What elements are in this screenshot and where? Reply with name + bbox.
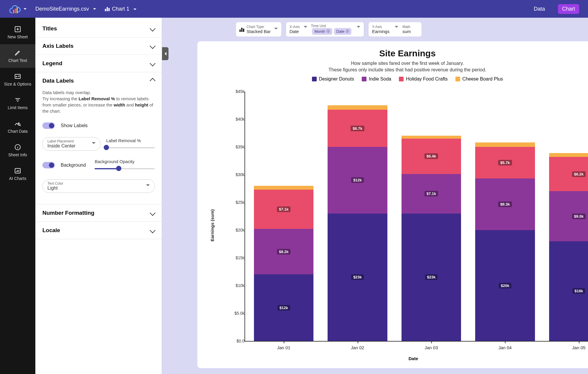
- bar-segment-holiday: $6.7k: [328, 110, 387, 147]
- bar-segment-indie: $12k: [328, 147, 387, 214]
- legend-label: Designer Donuts: [319, 76, 354, 82]
- section-label: Locale: [42, 227, 60, 234]
- chart-subtitle: How sample sites fared over the first we…: [203, 60, 588, 73]
- section-number-formatting[interactable]: Number Formatting: [35, 204, 162, 222]
- chip-month[interactable]: Monthⓧ: [312, 28, 332, 35]
- chevron-down-icon: [146, 184, 150, 188]
- rail-label: Size & Options: [4, 82, 32, 86]
- section-label: Titles: [42, 25, 57, 32]
- cfg-chart-type[interactable]: Chart Type Stacked Bar: [236, 22, 282, 37]
- chip-date[interactable]: Dateⓧ: [334, 28, 351, 35]
- chart-area: Earnings (sum) $12k$8.2k$7.1kJan 01$23k$…: [209, 91, 588, 359]
- bar-value-label: $7.1k: [425, 191, 438, 196]
- chart-name: Chart 1: [112, 6, 129, 12]
- logo-menu-caret[interactable]: [22, 6, 27, 12]
- section-legend[interactable]: Legend: [35, 55, 162, 72]
- rail-chart-data[interactable]: Chart Data: [0, 115, 35, 139]
- cfg-label: Y-Axis: [372, 25, 389, 29]
- bar-value-label: $8.2k: [277, 249, 291, 255]
- slider-background-opacity[interactable]: [95, 166, 155, 171]
- tab-data[interactable]: Data: [530, 4, 549, 14]
- legend-swatch: [312, 77, 317, 81]
- collapse-panel-handle[interactable]: [162, 47, 169, 60]
- y-tick: $35k: [227, 145, 245, 149]
- close-icon: ⓧ: [346, 29, 349, 34]
- rail-label: New Sheet: [8, 35, 28, 39]
- show-labels-label: Show Labels: [61, 123, 88, 128]
- rail-ai-charts[interactable]: AI Charts: [0, 162, 35, 186]
- section-locale[interactable]: Locale: [35, 222, 162, 239]
- label-removal-label: Label Removal %: [106, 138, 155, 143]
- y-tick: $15k: [227, 255, 245, 260]
- rail-label: Sheet Info: [8, 152, 27, 157]
- bar-value-label: $9.0k: [572, 214, 586, 219]
- y-axis-label: Earnings (sum): [210, 209, 215, 241]
- left-rail: New Sheet Chart Text Size & Options Limi…: [0, 18, 35, 374]
- section-label: Number Formatting: [42, 210, 94, 216]
- svg-rect-2: [16, 7, 18, 13]
- bar-segment-designer: $20k: [475, 230, 535, 341]
- legend-label: Holiday Food Crafts: [406, 76, 447, 82]
- bar-column[interactable]: $12k$8.2k$7.1kJan 01: [254, 91, 313, 341]
- legend-item-designer[interactable]: Designer Donuts: [312, 76, 354, 82]
- legend-item-holiday[interactable]: Holiday Food Crafts: [399, 76, 447, 82]
- rail-size-options[interactable]: Size & Options: [0, 68, 35, 91]
- bar-value-label: $7.1k: [277, 206, 291, 212]
- y-tick: $45k: [227, 89, 245, 94]
- x-category-label: Jan 01: [254, 341, 313, 350]
- rail-chart-text[interactable]: Chart Text: [0, 44, 35, 68]
- bar-value-label: $12k: [278, 305, 290, 311]
- rail-limit-items[interactable]: Limit Items: [0, 91, 35, 115]
- select-label: Label Placement: [47, 139, 96, 143]
- cloud-chart-icon: [9, 3, 21, 14]
- rail-sheet-info[interactable]: Sheet Info: [0, 139, 35, 162]
- cfg-x-axis[interactable]: X-Axis Date Time Unit Monthⓧ Dateⓧ: [286, 22, 364, 37]
- bar-column[interactable]: $23k$12k$6.7kJan 02: [328, 91, 387, 341]
- cfg-value: Date: [290, 29, 300, 34]
- section-titles[interactable]: Titles: [35, 20, 162, 37]
- select-value: Light: [47, 186, 150, 191]
- rail-label: Chart Text: [8, 58, 27, 63]
- slider-label-removal[interactable]: [106, 145, 155, 150]
- stacked-bar-icon: [240, 27, 244, 32]
- legend-item-indie[interactable]: Indie Soda: [362, 76, 392, 82]
- x-axis-label: Date: [209, 356, 588, 361]
- chevron-down-icon: [304, 26, 307, 29]
- toggle-background[interactable]: [42, 162, 55, 168]
- bar-column[interactable]: $20k$9.3k$5.7kJan 04: [475, 91, 535, 341]
- chart-card: Site Earnings How sample sites fared ove…: [197, 41, 588, 368]
- close-icon: ⓧ: [326, 29, 330, 34]
- cfg-y-axis[interactable]: Y-Axis Earnings Math sum: [368, 22, 422, 37]
- chart-legend: Designer DonutsIndie SodaHoliday Food Cr…: [203, 76, 588, 82]
- filter-lines-icon: [14, 96, 21, 104]
- file-name: DemoSiteEarnings.csv: [35, 6, 89, 12]
- tab-chart[interactable]: Chart: [558, 4, 579, 14]
- x-category-label: Jan 05: [549, 341, 588, 350]
- bar-value-label: $6.4k: [425, 153, 438, 159]
- pencil-icon: [14, 49, 21, 56]
- rail-new-sheet[interactable]: New Sheet: [0, 21, 35, 44]
- app-logo[interactable]: [9, 3, 27, 14]
- select-label-placement[interactable]: Label Placement Inside Center: [42, 137, 100, 151]
- chart-selector[interactable]: Chart 1: [105, 6, 136, 12]
- bar-segment-cheese: [402, 136, 461, 138]
- bar-segment-designer: $12k: [254, 274, 313, 341]
- select-text-color[interactable]: Text Color Light: [42, 179, 155, 193]
- bar-segment-indie: $9.3k: [475, 178, 535, 230]
- legend-swatch: [399, 77, 404, 81]
- bar-column[interactable]: $23k$7.1k$6.4kJan 03: [402, 91, 461, 341]
- section-axis-labels[interactable]: Axis Labels: [35, 37, 162, 55]
- section-data-labels[interactable]: Data Labels: [35, 72, 162, 89]
- x-category-label: Jan 04: [475, 341, 535, 350]
- bar-segment-cheese: [328, 105, 387, 110]
- chevron-down-icon: [357, 26, 360, 29]
- file-selector[interactable]: DemoSiteEarnings.csv: [35, 6, 96, 12]
- chevron-down-icon: [150, 227, 156, 233]
- aspect-ratio-icon: [14, 73, 21, 80]
- toggle-show-labels[interactable]: [42, 122, 55, 129]
- svg-rect-1: [15, 9, 16, 13]
- svg-rect-0: [13, 10, 14, 13]
- legend-item-cheese[interactable]: Cheese Board Plus: [455, 76, 503, 82]
- plot-region: $12k$8.2k$7.1kJan 01$23k$12k$6.7kJan 02$…: [245, 91, 588, 342]
- bar-column[interactable]: $18k$9.0k$6.2kJan 05: [549, 91, 588, 341]
